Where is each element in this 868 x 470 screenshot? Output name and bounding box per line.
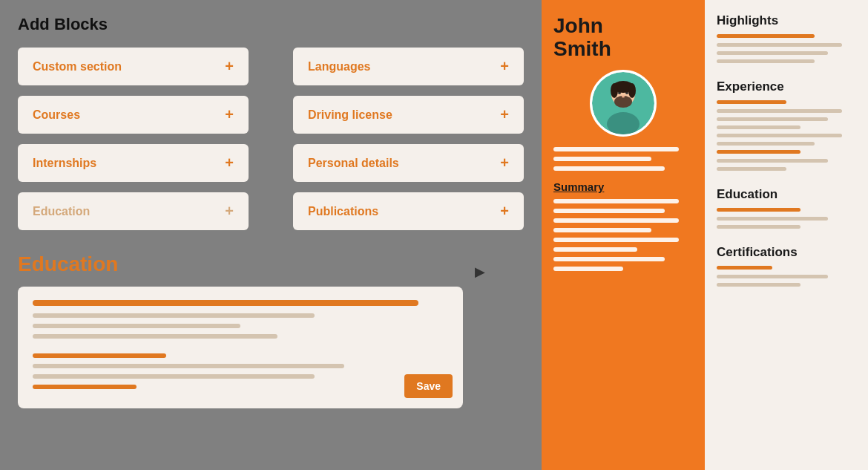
plus-icon-driving-license: + [500,106,509,123]
block-label-custom-section: Custom section [33,60,122,74]
rp-section-certifications: Certifications [717,245,856,287]
rp-section-highlights: Highlights [717,13,856,63]
resume-info-lines [553,147,693,176]
sum-line-6 [553,247,637,252]
edu-line-4 [33,364,344,368]
left-panel: Add Blocks Custom section + Languages + … [0,0,542,470]
edu-line-orange-sm-2 [33,385,137,389]
resume-summary-lines [553,199,693,276]
sum-line-7 [553,257,665,261]
rp-bar-highlights [717,34,815,38]
edu-line-2 [33,324,240,328]
resume-panel: John Smith Summary [542,0,705,470]
block-label-courses: Courses [33,108,80,122]
block-btn-custom-section[interactable]: Custom section + [18,48,249,85]
rp-bar-experience [717,100,786,104]
block-btn-courses[interactable]: Courses + [18,96,249,134]
rp-title-education: Education [717,187,856,202]
rp-title-highlights: Highlights [717,13,856,28]
svg-point-8 [611,83,618,98]
avatar-svg [592,72,654,134]
edu-line-5 [33,374,315,379]
plus-icon-languages: + [500,58,509,75]
rp-title-certifications: Certifications [717,245,856,260]
sum-line-8 [553,267,623,271]
plus-icon-education: + [225,203,234,220]
rp-gray-c2 [717,283,800,287]
rp-gray-ed1 [717,217,828,221]
block-btn-publications[interactable]: Publications + [293,192,524,230]
rp-gray-h3 [717,59,815,63]
rp-gray-h2 [717,51,828,55]
edu-line-3 [33,334,277,339]
resume-line-1 [553,147,679,151]
edu-line-orange-sm-1 [33,353,166,358]
block-label-personal-details: Personal details [308,157,399,170]
education-card: Save [18,287,463,408]
sum-line-1 [553,199,679,203]
rp-gray-e7 [717,167,786,171]
sum-line-2 [553,209,665,213]
education-section-title: Education [18,252,524,276]
block-label-languages: Languages [308,60,370,74]
block-btn-personal-details[interactable]: Personal details + [293,144,524,182]
right-panel: Highlights Experience Education Certific… [705,0,868,470]
block-btn-education[interactable]: Education + [18,192,249,230]
rp-gray-e2 [717,117,828,121]
plus-icon-custom-section: + [225,58,234,75]
plus-icon-courses: + [225,106,234,123]
resume-line-2 [553,157,651,161]
plus-icon-internships: + [225,154,234,172]
rp-gray-e3 [717,125,800,129]
sum-line-5 [553,238,679,242]
resume-name: John Smith [553,15,693,61]
rp-gray-e6 [717,159,828,163]
plus-icon-publications: + [500,203,509,220]
rp-section-experience: Experience [717,79,856,171]
avatar [590,70,657,137]
rp-gray-h1 [717,43,842,47]
resume-summary-label: Summary [553,180,693,193]
rp-gray-ed2 [717,225,800,229]
block-label-publications: Publications [308,205,378,218]
block-btn-languages[interactable]: Languages + [293,48,524,85]
block-btn-driving-license[interactable]: Driving license + [293,96,524,134]
rp-title-experience: Experience [717,79,856,94]
edu-line-orange [33,300,418,306]
svg-point-9 [628,83,636,98]
block-label-driving-license: Driving license [308,108,392,122]
rp-bar-education [717,208,800,212]
rp-bar-certifications [717,266,772,270]
rp-gray-e1 [717,109,842,113]
block-btn-internships[interactable]: Internships + [18,144,249,182]
rp-section-education: Education [717,187,856,229]
rp-gray-e4 [717,134,842,137]
rp-gray-c1 [717,275,828,278]
sum-line-3 [553,218,679,223]
resume-line-3 [553,166,665,171]
block-label-internships: Internships [33,157,96,170]
sum-line-4 [553,228,651,232]
rp-bar-experience-2 [717,150,800,154]
page-title: Add Blocks [18,15,524,34]
plus-icon-personal-details: + [500,154,509,172]
save-button[interactable]: Save [404,374,453,398]
blocks-grid: Custom section + Languages + Courses + D… [18,48,524,230]
edu-line-1 [33,313,315,318]
block-label-education: Education [33,205,90,218]
svg-point-5 [622,95,625,97]
rp-gray-e5 [717,142,815,146]
